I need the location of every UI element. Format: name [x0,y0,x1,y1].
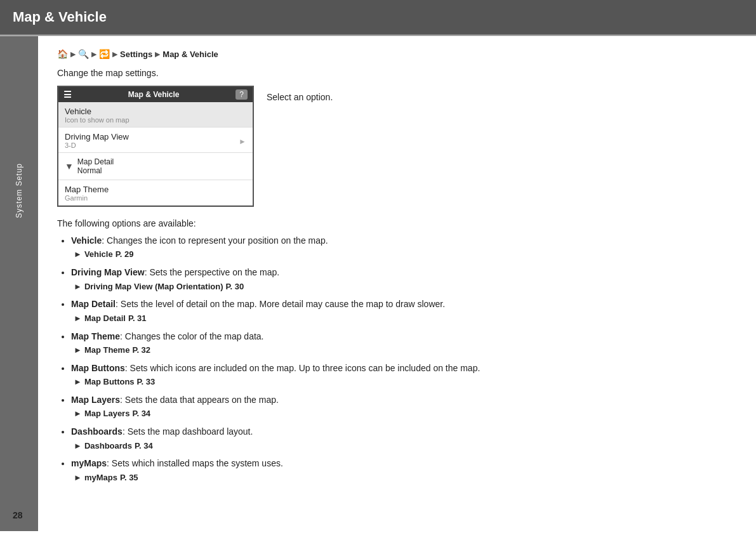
ref-label: Driving Map View (Map Orientation) [84,280,223,294]
breadcrumb-arrow-1: ▶ [70,50,76,58]
ref-label: Vehicle [84,248,113,261]
ref-arrow-icon: ► [74,440,82,453]
device-menu-mapdetail[interactable]: ▼ Map Detail Normal [58,153,253,180]
question-button[interactable]: ? [235,89,248,100]
ref-label: Map Theme [84,344,130,357]
driving-item-sub: 3-D [65,141,129,149]
option-ref: ► Map Detail P. 31 [74,312,737,326]
ref-arrow-icon: ► [74,407,82,421]
breadcrumb-arrow-3: ▶ [112,50,117,58]
page-number: 28 [13,510,23,520]
mapdetail-item-sub: Normal [77,166,114,175]
option-term: Map Buttons: Sets which icons are includ… [71,363,480,373]
header-title: Map & Vehicle [13,9,107,25]
down-arrow-icon: ▼ [65,161,74,171]
ref-label: Map Detail [84,312,126,326]
option-ref: ► myMaps P. 35 [74,471,737,485]
breadcrumb-settings: Settings [120,49,152,59]
mapdetail-item-title: Map Detail [77,157,114,166]
option-term: Driving Map View: Sets the perspective o… [71,267,279,277]
breadcrumb-arrow-4: ▶ [155,50,160,58]
list-item: Map Theme: Changes the color of the map … [71,329,737,357]
list-item: Map Detail: Sets the level of detail on … [71,297,737,325]
home-icon: 🏠 [57,49,68,59]
option-term: Dashboards: Sets the map dashboard layou… [71,426,253,437]
ref-label: myMaps [84,471,117,485]
ref-arrow-icon: ► [74,376,82,389]
breadcrumb: 🏠 ▶ 🔍 ▶ 🔁 ▶ Settings ▶ Map & Vehicle [57,49,737,59]
ref-page: P. 33 [137,376,156,389]
content-area: 🏠 ▶ 🔍 ▶ 🔁 ▶ Settings ▶ Map & Vehicle Cha… [38,36,756,531]
ref-page: P. 30 [226,280,244,294]
driving-item-title: Driving Map View [65,132,129,141]
sidebar-label: System Setup [15,163,23,218]
device-menu-maptheme[interactable]: Map Theme Garmin [58,180,253,206]
device-title: Map & Vehicle [128,90,180,99]
screenshot-caption: Select an option. [267,86,333,102]
device-menu-driving-content: Driving Map View 3-D [65,132,129,149]
hamburger-icon: ☰ [63,89,72,100]
option-ref: ► Map Buttons P. 33 [74,376,737,389]
option-ref: ► Map Theme P. 32 [74,344,737,357]
ref-page: P. 34 [135,440,153,453]
option-ref: ► Dashboards P. 34 [74,440,737,453]
option-ref: ► Vehicle P. 29 [74,248,737,261]
sidebar: System Setup [0,36,38,531]
list-item: myMaps: Sets which installed maps the sy… [71,456,737,484]
list-item: Map Buttons: Sets which icons are includ… [71,361,737,389]
ref-label: Dashboards [84,440,132,453]
list-item: Vehicle: Changes the icon to represent y… [71,234,737,261]
options-intro: The following options are available: [57,218,737,228]
intro-text: Change the map settings. [57,68,737,78]
option-term: myMaps: Sets which installed maps the sy… [71,458,283,468]
ref-arrow-icon: ► [74,280,82,294]
device-menu-mapdetail-content: Map Detail Normal [77,157,114,175]
breadcrumb-arrow-2: ▶ [91,50,96,58]
list-item: Dashboards: Sets the map dashboard layou… [71,424,737,452]
list-item: Driving Map View: Sets the perspective o… [71,265,737,293]
option-term: Map Layers: Sets the data that appears o… [71,395,279,405]
nav-icon: 🔁 [99,49,110,59]
device-menu-vehicle[interactable]: Vehicle Icon to show on map [58,102,253,128]
ref-arrow-icon: ► [74,312,82,326]
list-item: Map Layers: Sets the data that appears o… [71,393,737,421]
ref-label: Map Layers [84,407,130,421]
device-menu-vehicle-content: Vehicle Icon to show on map [65,107,246,124]
main-layout: System Setup 🏠 ▶ 🔍 ▶ 🔁 ▶ Settings ▶ Map … [0,36,756,531]
ref-page: P. 29 [116,248,134,261]
option-ref: ► Map Layers P. 34 [74,407,737,421]
vehicle-item-sub: Icon to show on map [65,116,246,124]
device-menu-maptheme-content: Map Theme Garmin [65,185,246,202]
page-header: Map & Vehicle [0,0,756,36]
device-menu-driving[interactable]: Driving Map View 3-D ► [58,128,253,153]
ref-arrow-icon: ► [74,471,82,485]
ref-page: P. 31 [128,312,147,326]
ref-page: P. 34 [132,407,150,421]
option-ref: ► Driving Map View (Map Orientation) P. … [74,280,737,294]
option-term: Vehicle: Changes the icon to represent y… [71,235,328,246]
driving-arrow-icon: ► [239,137,246,146]
option-term: Map Theme: Changes the color of the map … [71,331,264,341]
options-list: Vehicle: Changes the icon to represent y… [57,234,737,485]
screenshot-row: ☰ Map & Vehicle ? Vehicle Icon to show o… [57,86,737,207]
device-screenshot: ☰ Map & Vehicle ? Vehicle Icon to show o… [57,86,254,207]
ref-label: Map Buttons [84,376,135,389]
ref-page: P. 35 [120,471,138,485]
search-icon: 🔍 [78,49,89,59]
maptheme-item-title: Map Theme [65,185,246,194]
device-header-bar: ☰ Map & Vehicle ? [58,87,253,102]
ref-arrow-icon: ► [74,344,82,357]
maptheme-item-sub: Garmin [65,194,246,202]
vehicle-item-title: Vehicle [65,107,246,116]
ref-page: P. 32 [132,344,150,357]
option-term: Map Detail: Sets the level of detail on … [71,299,445,309]
ref-arrow-icon: ► [74,248,82,261]
breadcrumb-current: Map & Vehicle [162,49,218,59]
